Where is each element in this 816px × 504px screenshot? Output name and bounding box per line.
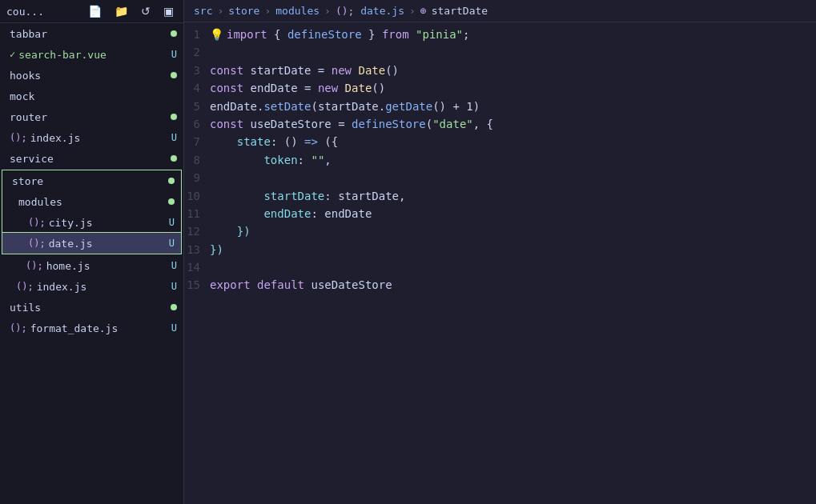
code-line-5: 5 endDate. setDate (startDate. getDate (… [184,98,800,115]
sidebar-item-index-js-store[interactable]: (); index.js U [0,276,183,297]
breadcrumb-datejs: (); date.js [336,5,404,17]
sidebar-item-home-js[interactable]: (); home.js U [0,255,183,276]
collapse-button[interactable]: ▣ [160,3,177,19]
sidebar-item-label: index.js [30,132,171,144]
breadcrumb-icon: ⊕ [420,5,427,17]
code-line-6: 6 const useDateStore = defineStore ( "da… [184,115,800,133]
sidebar-item-label: service [10,153,171,165]
sidebar-item-utils[interactable]: utils [0,297,183,318]
breadcrumb-store: store [228,5,259,17]
sidebar-item-tabbar[interactable]: tabbar [0,23,183,44]
code-line-13: 13 }) [184,241,800,258]
file-prefix-icon: (); [16,281,34,292]
code-line-8: 8 token : "" , [184,151,800,169]
u-badge: U [171,322,177,334]
sidebar-item-service[interactable]: service [0,148,183,169]
sidebar-item-modules[interactable]: modules [2,191,181,212]
breadcrumb-modules: modules [275,5,320,17]
code-line-15: 15 export default useDateStore [184,276,800,294]
sidebar: cou... 📄 📁 ↺ ▣ tabbar ✓ search-bar.vue U… [0,0,184,504]
code-line-11: 11 endDate : endDate [184,205,800,222]
breadcrumb: src › store › modules › (); date.js › ⊕ … [184,0,816,22]
status-dot [168,198,175,205]
file-prefix-icon: (); [10,322,27,334]
sidebar-item-label: mock [10,90,177,102]
status-dot [171,30,177,37]
sidebar-item-label: index.js [37,281,171,293]
sidebar-item-label: hooks [10,70,171,82]
file-prefix-icon: (); [10,132,27,143]
code-line-14: 14 [184,258,800,276]
status-dot [171,304,177,310]
sidebar-item-index-js-root[interactable]: (); index.js U [0,127,183,148]
sidebar-item-mock[interactable]: mock [0,86,183,106]
project-name: cou... [6,6,78,18]
status-dot [171,72,177,78]
u-badge: U [171,281,177,292]
breadcrumb-src: src [194,5,212,17]
store-group: store modules (); city.js U (); date. [2,170,182,254]
code-line-12: 12 }) [184,222,800,240]
sidebar-item-label: router [10,111,171,123]
sidebar-item-hooks[interactable]: hooks [0,65,183,86]
u-badge: U [171,260,177,271]
sidebar-item-label: date.js [49,238,169,250]
status-dot [171,114,177,120]
editor-content: 1 💡 import { defineStore } from "pinia" … [184,22,816,504]
sidebar-item-label: format_date.js [30,322,171,334]
sidebar-item-label: city.js [49,217,169,229]
sidebar-item-store[interactable]: store [2,170,181,191]
code-line-4: 4 const endDate = new Date () [184,79,800,97]
code-line-10: 10 startDate : startDate, [184,187,800,205]
sidebar-item-date-js[interactable]: (); date.js U [2,233,181,254]
code-line-3: 3 const startDate = new Date () [184,62,800,79]
code-line-1: 1 💡 import { defineStore } from "pinia" … [184,26,800,43]
sidebar-item-label: store [12,175,168,187]
code-line-9: 9 [184,169,800,186]
sidebar-item-city-js[interactable]: (); city.js U [2,212,181,233]
status-dot [168,178,175,184]
code-line-2: 2 [184,43,800,61]
sidebar-item-router[interactable]: router [0,106,183,127]
new-file-button[interactable]: 📄 [85,3,105,19]
status-dot [171,155,177,162]
sidebar-item-label: tabbar [10,28,171,40]
editor-area: src › store › modules › (); date.js › ⊕ … [184,0,816,504]
sidebar-item-search-bar-vue[interactable]: ✓ search-bar.vue U [0,44,183,65]
breadcrumb-startdate[interactable]: startDate [432,5,488,17]
refresh-button[interactable]: ↺ [138,3,154,19]
file-prefix-icon: (); [28,217,46,228]
code-lines: 1 💡 import { defineStore } from "pinia" … [184,26,816,501]
sidebar-item-label: home.js [46,260,171,272]
code-line-7: 7 state : () => ({ [184,133,800,150]
sidebar-item-format-date-js[interactable]: (); format_date.js U [0,318,183,338]
u-badge: U [171,49,177,60]
u-badge: U [169,217,175,228]
sidebar-item-label: modules [18,196,168,208]
file-prefix-icon: (); [28,238,46,249]
sidebar-top-bar: cou... 📄 📁 ↺ ▣ [0,0,183,23]
file-prefix-icon: (); [26,260,43,271]
sidebar-item-label: search-bar.vue [18,49,171,61]
new-folder-button[interactable]: 📁 [111,3,131,19]
u-badge: U [169,238,175,249]
lightbulb-icon: 💡 [210,26,223,43]
check-icon: ✓ [10,49,15,60]
u-badge: U [171,132,177,143]
sidebar-item-label: utils [10,302,171,314]
